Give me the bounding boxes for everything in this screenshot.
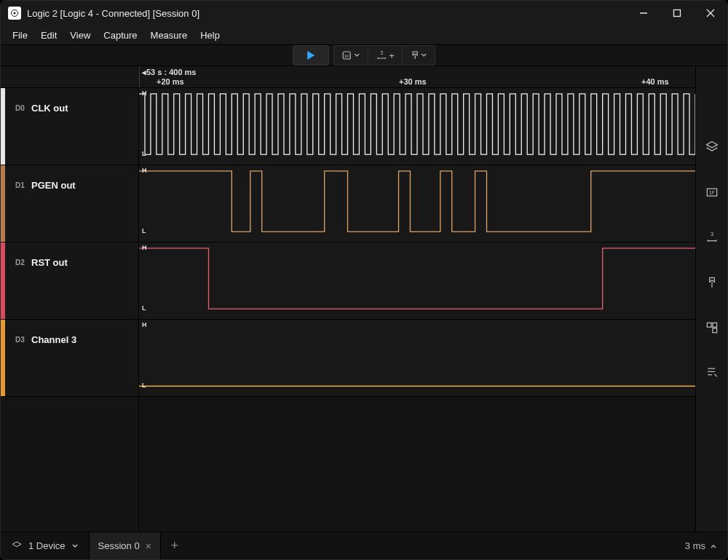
menu-bar: File Edit View Capture Measure Help	[1, 25, 727, 44]
channel-header-d3[interactable]: D3 Channel 3	[1, 320, 139, 397]
play-button[interactable]	[293, 45, 329, 66]
layers-icon[interactable]	[704, 139, 720, 155]
menu-measure[interactable]: Measure	[145, 28, 194, 43]
marker-dropdown[interactable]	[403, 45, 435, 66]
svg-rect-14	[712, 328, 716, 333]
timing-icon[interactable]: 3	[704, 229, 720, 245]
chevron-down-icon	[71, 543, 79, 550]
analyzer-dropdown[interactable]: 1F	[333, 45, 368, 66]
notes-icon[interactable]	[704, 365, 720, 381]
svg-rect-12	[707, 323, 711, 327]
empty-plot-area	[139, 397, 695, 532]
ruler-tick-40: +40 ms	[641, 77, 669, 86]
svg-rect-13	[712, 323, 716, 327]
chevron-down-icon	[420, 52, 427, 59]
extensions-icon[interactable]	[704, 320, 720, 336]
title-bar: Logic 2 [Logic 4 - Connected] [Session 0…	[1, 1, 727, 25]
svg-text:3: 3	[380, 50, 383, 55]
right-sidebar: 1F 3	[695, 66, 727, 532]
svg-text:3: 3	[710, 231, 713, 237]
menu-edit[interactable]: Edit	[35, 28, 63, 43]
close-tab-icon[interactable]: ×	[146, 540, 151, 552]
empty-area	[1, 397, 139, 532]
add-session-button[interactable]: +	[161, 532, 189, 559]
svg-point-1	[14, 12, 16, 15]
ruler-anchor: ◂53 s : 400 ms	[142, 68, 197, 77]
maximize-button[interactable]	[660, 1, 694, 25]
waveform-d0[interactable]: HL	[139, 88, 695, 165]
app-window: Logic 2 [Logic 4 - Connected] [Session 0…	[0, 0, 728, 560]
menu-help[interactable]: Help	[194, 28, 226, 43]
waveform-area[interactable]: ◂53 s : 400 ms +20 ms +30 ms +40 ms D0 C…	[1, 66, 695, 532]
svg-text:1F: 1F	[709, 190, 715, 195]
app-logo-icon	[8, 7, 21, 20]
menu-capture[interactable]: Capture	[98, 28, 143, 43]
device-selector[interactable]: 1 Device	[1, 532, 89, 559]
waveform-d1[interactable]: HL	[139, 165, 695, 242]
analyzer-icon[interactable]: 1F	[704, 184, 720, 200]
flag-icon	[410, 50, 420, 60]
channel-header-d0[interactable]: D0 CLK out	[1, 88, 139, 165]
timeline-ruler[interactable]: ◂53 s : 400 ms +20 ms +30 ms +40 ms	[1, 66, 695, 88]
measurement-button[interactable]: 3 +	[368, 45, 403, 66]
close-button[interactable]	[694, 1, 727, 25]
plus-icon: +	[389, 50, 395, 61]
chevron-up-icon	[710, 543, 717, 550]
minimize-button[interactable]	[627, 1, 660, 25]
ruler-tick-30: +30 ms	[399, 77, 427, 86]
main-content: ◂53 s : 400 ms +20 ms +30 ms +40 ms D0 C…	[1, 66, 727, 532]
toolbar: 1F 3 +	[1, 44, 727, 66]
ruler-tick-20: +20 ms	[157, 77, 184, 86]
menu-file[interactable]: File	[7, 28, 33, 43]
window-title: Logic 2 [Logic 4 - Connected] [Session 0…	[27, 8, 199, 19]
device-icon	[11, 540, 23, 552]
channel-header-d2[interactable]: D2 RST out	[1, 242, 139, 320]
svg-text:1F: 1F	[344, 54, 349, 58]
bottom-bar: 1 Device Session 0 × + 3 ms	[1, 532, 727, 559]
waveform-d3[interactable]: HL	[139, 320, 695, 397]
svg-rect-3	[674, 10, 681, 17]
menu-view[interactable]: View	[64, 28, 96, 43]
session-tab[interactable]: Session 0 ×	[89, 532, 161, 559]
zoom-indicator[interactable]: 3 ms	[675, 540, 727, 551]
marker-icon[interactable]	[704, 275, 720, 291]
waveform-d2[interactable]: HL	[139, 242, 695, 320]
channel-header-d1[interactable]: D1 PGEN out	[1, 165, 139, 242]
chevron-down-icon	[353, 52, 360, 59]
